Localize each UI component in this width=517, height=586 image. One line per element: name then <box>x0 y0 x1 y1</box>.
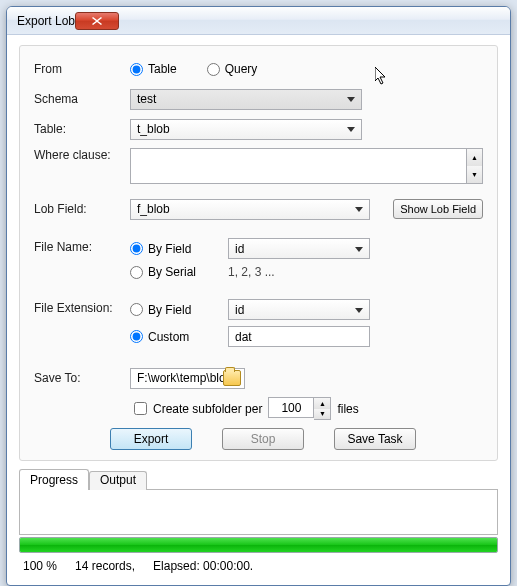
subfolder-suffix: files <box>337 402 358 416</box>
where-scroll-up[interactable]: ▲ <box>467 149 482 166</box>
where-scroll[interactable]: ▲ ▼ <box>467 148 483 184</box>
browse-folder-icon[interactable] <box>223 370 241 386</box>
filename-byfield-radio[interactable]: By Field <box>130 242 218 256</box>
ext-custom-input[interactable]: dat <box>228 326 370 347</box>
status-percent: 100 % <box>23 559 57 573</box>
where-scroll-down[interactable]: ▼ <box>467 166 482 183</box>
subfolder-checkbox[interactable] <box>134 402 147 415</box>
ext-custom-radio[interactable]: Custom <box>130 330 218 344</box>
content-area: From Table Query Schema test Table <box>7 35 510 585</box>
status-elapsed: Elapsed: 00:00:00. <box>153 559 253 573</box>
table-combo[interactable]: t_blob <box>130 119 362 140</box>
subfolder-count-input[interactable] <box>268 397 314 418</box>
from-query-radio[interactable]: Query <box>207 62 258 76</box>
ext-byfield-radio[interactable]: By Field <box>130 303 218 317</box>
save-label: Save To: <box>34 371 130 385</box>
table-label: Table: <box>34 122 130 136</box>
subfolder-label: Create subfolder per <box>153 402 262 416</box>
close-button[interactable] <box>75 12 119 30</box>
status-records: 14 records, <box>75 559 135 573</box>
subfolder-count-up[interactable]: ▲ <box>314 398 330 409</box>
tab-body <box>19 489 498 535</box>
serial-hint: 1, 2, 3 ... <box>228 265 275 279</box>
progress-bar-track <box>19 537 498 553</box>
export-button[interactable]: Export <box>110 428 192 450</box>
filename-field-combo[interactable]: id <box>228 238 370 259</box>
tab-output[interactable]: Output <box>89 471 147 490</box>
where-textarea[interactable] <box>130 148 467 184</box>
tab-progress[interactable]: Progress <box>19 469 89 490</box>
schema-label: Schema <box>34 92 130 106</box>
titlebar: Export Lob <box>7 7 510 35</box>
from-label: From <box>34 62 130 76</box>
from-table-radio[interactable]: Table <box>130 62 177 76</box>
tabs: Progress Output <box>19 469 498 490</box>
progress-bar-fill <box>20 538 497 552</box>
lob-label: Lob Field: <box>34 202 130 216</box>
filename-label: File Name: <box>34 238 130 254</box>
window-title: Export Lob <box>17 14 75 28</box>
ext-field-combo[interactable]: id <box>228 299 370 320</box>
ext-label: File Extension: <box>34 299 130 315</box>
savetask-button[interactable]: Save Task <box>334 428 416 450</box>
main-panel: From Table Query Schema test Table <box>19 45 498 461</box>
status-bar: 100 % 14 records, Elapsed: 00:00:00. <box>19 557 498 577</box>
schema-combo[interactable]: test <box>130 89 362 110</box>
stop-button[interactable]: Stop <box>222 428 304 450</box>
export-lob-window: Export Lob From Table Query <box>6 6 511 586</box>
show-lob-button[interactable]: Show Lob Field <box>393 199 483 219</box>
filename-byserial-radio[interactable]: By Serial <box>130 265 218 279</box>
lob-combo[interactable]: f_blob <box>130 199 370 220</box>
subfolder-count-down[interactable]: ▼ <box>314 409 330 420</box>
where-label: Where clause: <box>34 148 130 162</box>
